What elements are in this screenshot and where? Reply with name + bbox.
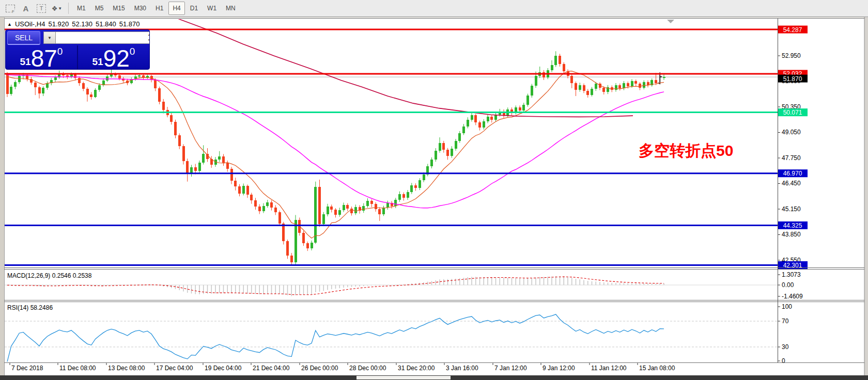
- svg-text:51.870: 51.870: [783, 75, 802, 83]
- app-window: F A T ❖ ▼ M1 M5 M15 M30 H1 H4 D1 W1 MN 5…: [0, 0, 868, 380]
- chart-title: ▲ USOil-,H4 51.920 52.130 51.840 51.870: [7, 20, 140, 28]
- time-axis-label: 7 Dec 2018: [11, 365, 43, 372]
- time-axis-label: 3 Jan 16:00: [446, 365, 478, 372]
- ohlc-high: 52.130: [72, 20, 92, 28]
- ohlc-open: 51.920: [48, 20, 69, 28]
- svg-text:70: 70: [782, 318, 789, 325]
- sell-button[interactable]: SELL: [7, 31, 40, 45]
- svg-text:0.00: 0.00: [782, 281, 794, 289]
- buy-price-sup: 0: [130, 46, 135, 56]
- time-axis-label: 11 Jan 12:00: [591, 365, 627, 372]
- buy-price-prefix: 51: [92, 57, 103, 67]
- svg-text:100: 100: [782, 303, 792, 310]
- svg-text:30: 30: [782, 343, 789, 351]
- time-axis-label: 19 Dec 04:00: [205, 365, 242, 372]
- svg-text:43.850: 43.850: [782, 231, 801, 238]
- svg-text:47.750: 47.750: [782, 154, 801, 162]
- time-axis-label: 7 Jan 12:00: [494, 365, 527, 372]
- sell-price-prefix: 51: [20, 57, 31, 67]
- time-axis-label: 17 Dec 04:00: [156, 365, 193, 372]
- scrollbar-thumb[interactable]: [357, 376, 451, 379]
- sell-price-big: 87: [31, 49, 57, 69]
- time-axis-label: 26 Dec 00:00: [301, 365, 338, 372]
- buy-price-big: 92: [103, 49, 130, 69]
- svg-text:-1.4609: -1.4609: [782, 293, 803, 300]
- volume-input[interactable]: [56, 31, 150, 44]
- svg-text:50.071: 50.071: [783, 109, 802, 116]
- one-click-trading-panel: SELL ▼ ▲ BUY 51870 51920: [5, 29, 150, 70]
- svg-text:49.050: 49.050: [782, 129, 801, 136]
- svg-text:46.970: 46.970: [783, 170, 802, 177]
- svg-text:0: 0: [782, 357, 785, 365]
- symbol-label: USOil-,H4: [15, 20, 45, 28]
- svg-text:44.325: 44.325: [783, 222, 802, 229]
- time-axis-label: 9 Jan 12:00: [542, 365, 575, 372]
- svg-text:45.150: 45.150: [782, 205, 801, 213]
- chart-text-annotation: 多空转折点50: [639, 140, 733, 162]
- time-axis-label: 15 Jan 08:00: [639, 365, 675, 372]
- volume-spinner: ▼ ▲: [43, 31, 150, 44]
- svg-text:54.287: 54.287: [783, 26, 802, 34]
- svg-text:1.3073: 1.3073: [782, 271, 801, 278]
- time-axis-label: 11 Dec 08:00: [59, 365, 96, 372]
- collapse-icon[interactable]: ▲: [7, 22, 12, 27]
- time-axis-label: 28 Dec 00:00: [349, 365, 386, 372]
- volume-decrease-button[interactable]: ▼: [43, 31, 56, 44]
- buy-price[interactable]: 51920: [77, 45, 149, 70]
- macd-label: MACD(12,26,9) 0.2546 0.2538: [7, 272, 91, 279]
- time-axis-label: 31 Dec 20:00: [398, 365, 435, 372]
- svg-text:52.950: 52.950: [782, 52, 801, 59]
- svg-text:46.450: 46.450: [782, 180, 801, 187]
- sell-price[interactable]: 51870: [6, 45, 77, 70]
- ohlc-low: 51.840: [96, 20, 116, 28]
- sell-price-sup: 0: [57, 46, 63, 56]
- horizontal-scrollbar[interactable]: [0, 375, 868, 380]
- ohlc-close: 51.870: [119, 20, 140, 28]
- time-axis-label: 21 Dec 04:00: [253, 365, 290, 372]
- rsi-label: RSI(14) 58.2486: [7, 304, 53, 311]
- time-axis-label: 13 Dec 08:00: [108, 365, 145, 372]
